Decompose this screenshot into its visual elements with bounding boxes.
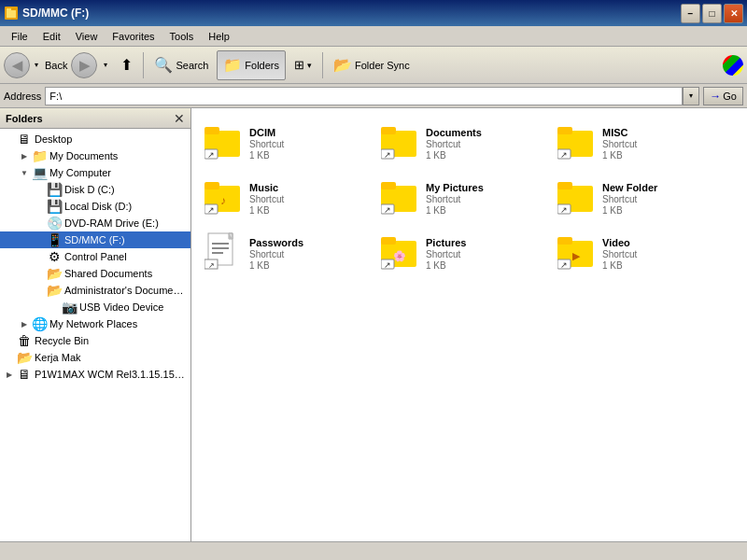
tree-label-kerja-mak: Kerja Mak [35, 352, 81, 363]
go-arrow: → [710, 90, 721, 103]
forward-dropdown[interactable]: ▾ [99, 50, 112, 80]
svg-text:↗: ↗ [384, 260, 391, 270]
tree-item-recycle-bin[interactable]: 🗑Recycle Bin [0, 332, 190, 349]
tree-item-my-computer[interactable]: ▼💻My Computer [0, 164, 190, 181]
tree-item-my-documents[interactable]: ▶📁My Documents [0, 147, 190, 164]
maximize-button[interactable]: □ [702, 4, 722, 23]
tree-item-sd-mmc[interactable]: 📱SD/MMC (F:) [0, 231, 190, 248]
file-item-documents[interactable]: ↗ DocumentsShortcut1 KB [377, 118, 550, 169]
tree-icon-sd-mmc: 📱 [47, 232, 62, 247]
back-button[interactable]: ◀ [4, 52, 30, 78]
file-size: 1 KB [602, 150, 637, 161]
svg-rect-21 [381, 182, 396, 189]
file-size: 1 KB [602, 260, 637, 271]
tree-item-network-places[interactable]: ▶🌐My Network Places [0, 315, 190, 332]
tree-item-desktop[interactable]: 🖥Desktop [0, 131, 190, 147]
file-type: Shortcut [426, 194, 484, 204]
svg-rect-8 [381, 127, 396, 134]
tree-item-shared-docs[interactable]: 📂Shared Documents [0, 265, 190, 282]
folder-tree[interactable]: 🖥Desktop▶📁My Documents▼💻My Computer💾Disk… [0, 129, 190, 541]
back-dropdown[interactable]: ▾ [30, 50, 43, 80]
tree-icon-my-computer: 💻 [32, 165, 47, 180]
minimize-button[interactable]: − [681, 4, 700, 23]
file-info-pictures: PicturesShortcut1 KB [426, 237, 466, 271]
file-name: New Folder [602, 182, 657, 193]
file-info-misc: MISCShortcut1 KB [602, 127, 637, 161]
file-icon-misc: ↗ [557, 121, 597, 161]
tree-label-desktop: Desktop [35, 133, 72, 145]
tree-item-disk-d[interactable]: 💾Disk D (C:) [0, 181, 190, 198]
tree-item-usb-video[interactable]: 📷USB Video Device [0, 299, 190, 315]
up-button[interactable]: ⬆ [114, 50, 139, 80]
tree-expand-usb-video [47, 300, 62, 315]
tree-item-kerja-mak[interactable]: 📂Kerja Mak [0, 349, 190, 366]
tree-expand-my-documents[interactable]: ▶ [17, 148, 32, 163]
back-nav: ◀ ▾ Back [4, 50, 69, 80]
view-button[interactable]: ⊞ ▾ [288, 50, 318, 80]
file-item-passwords[interactable]: ↗ PasswordsShortcut1 KB [201, 228, 374, 279]
menu-tools[interactable]: Tools [162, 29, 202, 44]
tree-item-control-panel[interactable]: ⚙Control Panel [0, 248, 190, 265]
file-item-music[interactable]: ♪ ↗ MusicShortcut1 KB [201, 173, 374, 224]
file-item-new-folder[interactable]: ↗ New FolderShortcut1 KB [554, 173, 726, 224]
window-icon [4, 6, 19, 21]
tree-icon-my-documents: 📁 [32, 148, 47, 163]
file-item-video[interactable]: ▶ ↗ VideoShortcut1 KB [554, 228, 726, 279]
tree-expand-sd-mmc [32, 232, 47, 247]
menu-file[interactable]: File [4, 29, 35, 44]
file-view: ↗ DCIMShortcut1 KB ↗ DocumentsShortcut1 … [191, 108, 747, 541]
menu-edit[interactable]: Edit [35, 29, 68, 44]
file-item-pictures[interactable]: 🌸 ↗ PicturesShortcut1 KB [377, 228, 550, 279]
file-info-documents: DocumentsShortcut1 KB [426, 127, 482, 161]
tree-label-dvd-ram: DVD-RAM Drive (E:) [64, 217, 159, 229]
file-item-misc[interactable]: ↗ MISCShortcut1 KB [554, 118, 726, 169]
file-info-new-folder: New FolderShortcut1 KB [602, 182, 657, 216]
file-info-my-pictures: My PicturesShortcut1 KB [426, 182, 484, 216]
tree-expand-recycle-bin [2, 333, 17, 348]
forward-button[interactable]: ▶ [71, 52, 97, 78]
file-type: Shortcut [249, 139, 284, 149]
up-icon: ⬆ [120, 56, 133, 74]
file-size: 1 KB [249, 205, 284, 216]
search-label: Search [176, 60, 208, 71]
tree-item-p1wimax[interactable]: ▶🖥P1W1MAX WCM Rel3.1.15.15 W... [0, 366, 190, 383]
address-input[interactable] [45, 87, 683, 105]
go-label: Go [723, 91, 737, 102]
tree-icon-disk-d: 💾 [47, 182, 62, 197]
tree-icon-shared-docs: 📂 [47, 266, 62, 281]
tree-item-dvd-ram[interactable]: 💿DVD-RAM Drive (E:) [0, 215, 190, 231]
svg-rect-25 [557, 182, 572, 189]
tree-expand-control-panel [32, 249, 47, 264]
file-item-my-pictures[interactable]: ↗ My PicturesShortcut1 KB [377, 173, 550, 224]
menu-help[interactable]: Help [201, 29, 237, 44]
folder-panel-close[interactable]: ✕ [174, 112, 185, 125]
tree-icon-recycle-bin: 🗑 [17, 333, 32, 348]
menu-favorites[interactable]: Favorites [105, 29, 162, 44]
tree-expand-network-places[interactable]: ▶ [17, 316, 32, 331]
file-type: Shortcut [249, 249, 303, 259]
tree-item-local-disk-d[interactable]: 💾Local Disk (D:) [0, 198, 190, 215]
svg-text:↗: ↗ [560, 150, 568, 160]
folder-panel-header: Folders ✕ [0, 108, 190, 129]
file-info-passwords: PasswordsShortcut1 KB [249, 237, 303, 271]
tree-expand-dvd-ram [32, 216, 47, 231]
folder-header-label: Folders [6, 113, 43, 124]
tree-expand-admin-docs [32, 283, 47, 298]
close-button[interactable]: ✕ [724, 4, 743, 23]
tree-expand-my-computer[interactable]: ▼ [17, 165, 32, 180]
search-button[interactable]: 🔍 Search [148, 50, 215, 80]
tree-expand-p1wimax[interactable]: ▶ [2, 367, 17, 382]
menu-view[interactable]: View [68, 29, 106, 44]
svg-rect-4 [204, 127, 219, 134]
go-button[interactable]: → Go [703, 87, 743, 105]
svg-rect-32 [212, 247, 229, 249]
folder-sync-button[interactable]: 📂 Folder Sync [327, 50, 416, 80]
file-size: 1 KB [249, 150, 284, 161]
address-dropdown[interactable]: ▾ [683, 87, 699, 105]
file-item-dcim[interactable]: ↗ DCIMShortcut1 KB [201, 118, 374, 169]
folders-button[interactable]: 📁 Folders [217, 50, 286, 80]
tree-icon-admin-docs: 📂 [47, 283, 62, 298]
tree-item-admin-docs[interactable]: 📂Administrator's Documents [0, 282, 190, 299]
folder-sync-icon: 📂 [333, 56, 352, 74]
svg-rect-31 [212, 243, 229, 245]
